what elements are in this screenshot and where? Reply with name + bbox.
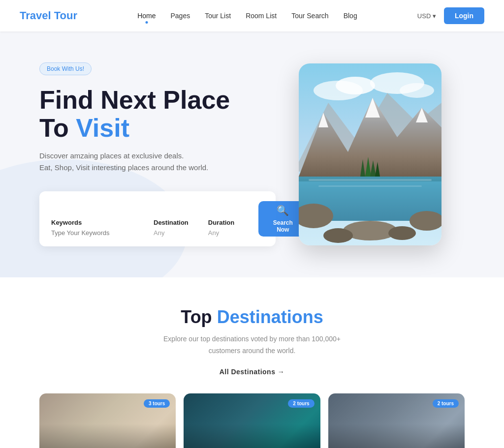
- section-desc-line2: customers around the world.: [209, 347, 296, 355]
- svg-point-21: [388, 226, 416, 240]
- svg-point-20: [323, 228, 353, 243]
- destinations-section: Top Destinations Explore our top destina…: [0, 277, 504, 448]
- section-title: Top Destinations: [39, 307, 465, 328]
- svg-rect-11: [309, 179, 432, 181]
- hero-desc-line1: Discover amzaing places at exclusive dea…: [39, 150, 276, 162]
- book-badge: Book With Us!: [39, 62, 92, 75]
- destination-select[interactable]: Any Europe Asia Africa America: [154, 229, 189, 237]
- hero-title-line2: To Visit: [39, 114, 276, 142]
- section-desc-line1: Explore our top destinations voted by mo…: [163, 335, 341, 343]
- hero-image: [299, 63, 441, 245]
- svg-point-4: [400, 83, 434, 98]
- duration-select[interactable]: Any 1-3 Days 4-7 Days 1-2 Weeks 2+ Weeks: [208, 229, 249, 237]
- nav-blog[interactable]: Blog: [344, 12, 357, 20]
- hero-title-to: To: [39, 114, 69, 142]
- hero-title-visit: Visit: [76, 114, 129, 142]
- keywords-input[interactable]: [51, 229, 134, 237]
- nav-room-list[interactable]: Room List: [246, 12, 277, 20]
- logo-black: Travel: [20, 9, 51, 22]
- nav-home[interactable]: Home: [137, 12, 156, 20]
- nav-pages[interactable]: Pages: [171, 12, 190, 20]
- hero-left: Book With Us! Find Next Place To Visit D…: [39, 62, 276, 246]
- hero-title: Find Next Place To Visit: [39, 86, 276, 142]
- nav-right: USD ▾ Login: [417, 7, 484, 24]
- navbar: Travel Tour Home Pages Tour List Room Li…: [0, 0, 504, 31]
- hero-title-line1: Find Next Place: [39, 86, 276, 114]
- dest-badge-western-europe: 3 tours: [144, 399, 170, 408]
- section-title-black: Top: [181, 307, 212, 327]
- section-title-blue: Destinations: [217, 307, 323, 327]
- dest-card-western-europe[interactable]: 3 tours Western Europe: [39, 393, 176, 448]
- dest-badge-scandinavia: 2 tours: [433, 399, 459, 408]
- keywords-field: Keywords: [51, 219, 134, 237]
- hero-right: [276, 63, 465, 245]
- destination-field: Destination Any Europe Asia Africa Ameri…: [154, 219, 189, 237]
- all-destinations-link[interactable]: All Destinations →: [39, 368, 465, 376]
- hero-image-svg: [299, 63, 441, 245]
- search-box: Keywords Destination Any Europe Asia Afr…: [39, 191, 276, 246]
- duration-label: Duration: [208, 219, 249, 226]
- nav-links: Home Pages Tour List Room List Tour Sear…: [137, 12, 357, 20]
- hero-section: Book With Us! Find Next Place To Visit D…: [0, 31, 504, 277]
- nav-tour-search[interactable]: Tour Search: [291, 12, 328, 20]
- svg-rect-12: [318, 185, 422, 187]
- duration-field: Duration Any 1-3 Days 4-7 Days 1-2 Weeks…: [208, 219, 249, 237]
- logo-blue: Tour: [54, 9, 77, 22]
- login-button[interactable]: Login: [444, 7, 484, 24]
- nav-tour-list[interactable]: Tour List: [205, 12, 231, 20]
- svg-point-2: [336, 77, 375, 94]
- hero-desc: Discover amzaing places at exclusive dea…: [39, 150, 276, 174]
- section-desc: Explore our top destinations voted by mo…: [39, 333, 465, 357]
- dest-card-scandinavia[interactable]: 2 tours Scandinavia: [328, 393, 465, 448]
- keywords-label: Keywords: [51, 219, 134, 226]
- dest-card-south-africa[interactable]: 2 tours South Africa: [184, 393, 320, 448]
- hero-desc-line2: Eat, Shop, Visit interesting places arou…: [39, 162, 276, 174]
- currency-selector[interactable]: USD ▾: [417, 12, 436, 20]
- all-dest-text: All Destinations →: [220, 368, 285, 376]
- logo: Travel Tour: [20, 9, 77, 22]
- dest-badge-south-africa: 2 tours: [288, 399, 314, 408]
- destinations-grid: 3 tours Western Europe 2 tours South Afr…: [39, 393, 465, 448]
- destination-label: Destination: [154, 219, 189, 226]
